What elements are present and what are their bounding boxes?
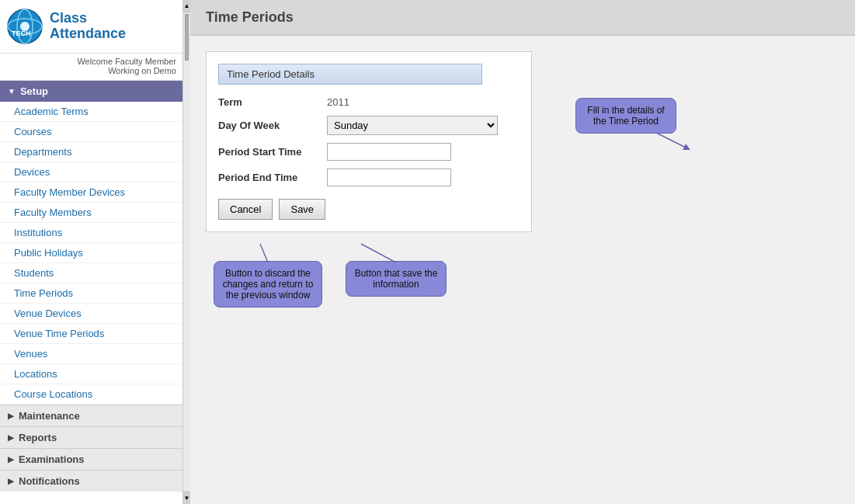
period-start-time-label: Period Start Time [218, 146, 327, 158]
scrollbar-track [183, 12, 190, 492]
app-logo: TECH [6, 8, 43, 45]
content-area: Time Period Details Term 2011 Day Of Wee… [190, 36, 855, 424]
sidebar-item-departments[interactable]: Departments [0, 142, 182, 162]
svg-line-6 [260, 244, 268, 262]
sidebar-section-notifications[interactable]: ▶ Notifications [0, 470, 182, 492]
save-tooltip-text: Button that save the information [355, 268, 438, 290]
sidebar-item-venue-devices[interactable]: Venue Devices [0, 304, 182, 324]
sidebar-section-reports[interactable]: ▶ Reports [0, 426, 182, 448]
page-title: Time Periods [190, 0, 855, 36]
scrollbar-thumb[interactable] [185, 14, 189, 61]
reports-arrow-icon: ▶ [8, 433, 14, 442]
sidebar-item-courses[interactable]: Courses [0, 122, 182, 142]
svg-line-7 [361, 244, 396, 262]
save-tooltip-bubble: Button that save the information [346, 261, 447, 297]
sidebar-item-time-periods[interactable]: Time Periods [0, 283, 182, 304]
sidebar-section-examinations[interactable]: ▶ Examinations [0, 448, 182, 470]
welcome-text: Welcome Faculty Member Working on Demo [0, 54, 182, 81]
term-label: Term [218, 96, 327, 108]
notifications-section-label: Notifications [19, 475, 80, 487]
examinations-arrow-icon: ▶ [8, 455, 14, 464]
setup-arrow-icon: ▼ [8, 87, 16, 96]
sidebar-item-course-locations[interactable]: Course Locations [0, 384, 182, 405]
form-button-row: Cancel Save [218, 199, 520, 220]
sidebar-item-students[interactable]: Students [0, 263, 182, 283]
day-of-week-row: Day Of Week Sunday Monday Tuesday Wednes… [218, 116, 520, 135]
sidebar-scrollbar[interactable]: ▲ ▼ [182, 0, 190, 504]
setup-section-label: Setup [20, 85, 48, 97]
sidebar-item-locations[interactable]: Locations [0, 364, 182, 384]
sidebar-section-setup[interactable]: ▼ Setup [0, 81, 182, 102]
examinations-section-label: Examinations [19, 454, 85, 465]
cancel-tooltip-text: Button to discard the changes and return… [223, 268, 314, 301]
app-header: TECH Class Attendance [0, 0, 182, 54]
cancel-button[interactable]: Cancel [218, 199, 273, 220]
period-end-time-label: Period End Time [218, 172, 327, 183]
period-start-time-row: Period Start Time [218, 143, 520, 161]
maintenance-section-label: Maintenance [19, 410, 80, 422]
save-button[interactable]: Save [279, 199, 325, 220]
period-tooltip-text: Fill in the details of the Time Period [587, 105, 664, 127]
cancel-tooltip-bubble: Button to discard the changes and return… [214, 261, 322, 308]
sidebar-item-faculty-members[interactable]: Faculty Members [0, 203, 182, 223]
sidebar-item-institutions[interactable]: Institutions [0, 223, 182, 243]
period-start-time-input[interactable] [327, 143, 451, 161]
sidebar-item-devices[interactable]: Devices [0, 162, 182, 182]
sidebar-section-maintenance[interactable]: ▶ Maintenance [0, 405, 182, 426]
sidebar-item-faculty-member-devices[interactable]: Faculty Member Devices [0, 182, 182, 203]
maintenance-arrow-icon: ▶ [8, 412, 14, 420]
app-name: Class Attendance [50, 11, 126, 42]
period-end-time-input[interactable] [327, 169, 451, 186]
scrollbar-up-button[interactable]: ▲ [183, 0, 190, 12]
sidebar-item-public-holidays[interactable]: Public Holidays [0, 243, 182, 263]
term-row: Term 2011 [218, 96, 520, 108]
scrollbar-down-button[interactable]: ▼ [183, 492, 190, 504]
period-tooltip-bubble: Fill in the details of the Time Period [575, 98, 676, 134]
reports-section-label: Reports [19, 432, 57, 443]
day-of-week-select[interactable]: Sunday Monday Tuesday Wednesday Thursday… [327, 116, 498, 135]
time-period-form-panel: Time Period Details Term 2011 Day Of Wee… [206, 51, 532, 232]
sidebar-item-venues[interactable]: Venues [0, 344, 182, 364]
sidebar-item-academic-terms[interactable]: Academic Terms [0, 102, 182, 122]
sidebar-item-venue-time-periods[interactable]: Venue Time Periods [0, 324, 182, 344]
svg-text:TECH: TECH [12, 30, 31, 37]
notifications-arrow-icon: ▶ [8, 477, 14, 485]
period-end-time-row: Period End Time [218, 169, 520, 186]
term-value: 2011 [327, 96, 349, 108]
svg-line-5 [656, 133, 687, 148]
form-panel-title: Time Period Details [218, 64, 482, 85]
day-of-week-label: Day Of Week [218, 120, 327, 131]
